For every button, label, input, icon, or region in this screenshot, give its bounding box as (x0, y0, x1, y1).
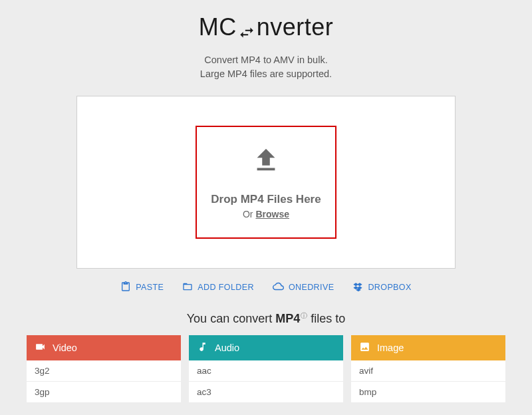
swap-horiz-icon (238, 19, 255, 37)
subtitle-line-1: Convert MP4 to AMV in bulk. (0, 53, 532, 67)
audio-column-header: Audio (189, 335, 343, 360)
paste-button[interactable]: PASTE (120, 281, 164, 294)
drop-zone[interactable]: Drop MP4 Files Here Or Browse (196, 126, 336, 239)
format-item[interactable]: 3g2 (27, 360, 181, 382)
clipboard-icon (120, 281, 131, 294)
logo-suffix: nverter (257, 13, 334, 41)
onedrive-label: ONEDRIVE (289, 283, 334, 292)
convert-tail: files to (307, 312, 345, 325)
video-column: Video 3g2 3gp (27, 335, 181, 403)
folder-icon (182, 281, 193, 294)
convert-format: MP4 (275, 312, 300, 325)
dropbox-button[interactable]: DROPBOX (352, 281, 411, 294)
site-logo: MC nverter (199, 13, 334, 41)
info-icon[interactable]: ⓘ (301, 312, 307, 319)
upload-actions-row: PASTE ADD FOLDER ONEDRIVE DROPBOX (0, 281, 532, 294)
drop-title: Drop MP4 Files Here (211, 193, 321, 206)
image-column-header: Image (351, 335, 505, 360)
browse-link[interactable]: Browse (255, 209, 289, 219)
drop-or: Or (243, 209, 255, 219)
audio-column-title: Audio (215, 343, 239, 353)
image-column: Image avif bmp (351, 335, 505, 403)
cloud-icon (273, 281, 284, 294)
drop-subtext: Or Browse (243, 209, 289, 219)
music-note-icon (197, 341, 208, 354)
upload-icon (251, 145, 281, 178)
video-column-title: Video (53, 343, 77, 353)
add-folder-label: ADD FOLDER (198, 283, 254, 292)
video-column-header: Video (27, 335, 181, 360)
convert-lead: You can convert (187, 312, 275, 325)
format-item[interactable]: ac3 (189, 382, 343, 403)
subtitle-line-2: Large MP4 files are supported. (0, 67, 532, 81)
audio-column: Audio aac ac3 (189, 335, 343, 403)
format-item[interactable]: avif (351, 360, 505, 382)
format-item[interactable]: aac (189, 360, 343, 382)
image-icon (359, 341, 370, 354)
image-column-title: Image (377, 343, 404, 353)
dropbox-label: DROPBOX (368, 283, 411, 292)
paste-label: PASTE (136, 283, 164, 292)
logo-prefix: MC (199, 13, 237, 41)
page-subtitle: Convert MP4 to AMV in bulk. Large MP4 fi… (0, 53, 532, 81)
format-item[interactable]: bmp (351, 382, 505, 403)
upload-card: Drop MP4 Files Here Or Browse (76, 96, 456, 269)
convert-heading: You can convert MP4ⓘ files to (0, 311, 532, 326)
format-grid: Video 3g2 3gp Audio aac ac3 Image avif (27, 335, 505, 403)
dropbox-icon (352, 281, 363, 294)
onedrive-button[interactable]: ONEDRIVE (273, 281, 334, 294)
format-item[interactable]: 3gp (27, 382, 181, 403)
video-icon (35, 341, 46, 354)
add-folder-button[interactable]: ADD FOLDER (182, 281, 254, 294)
